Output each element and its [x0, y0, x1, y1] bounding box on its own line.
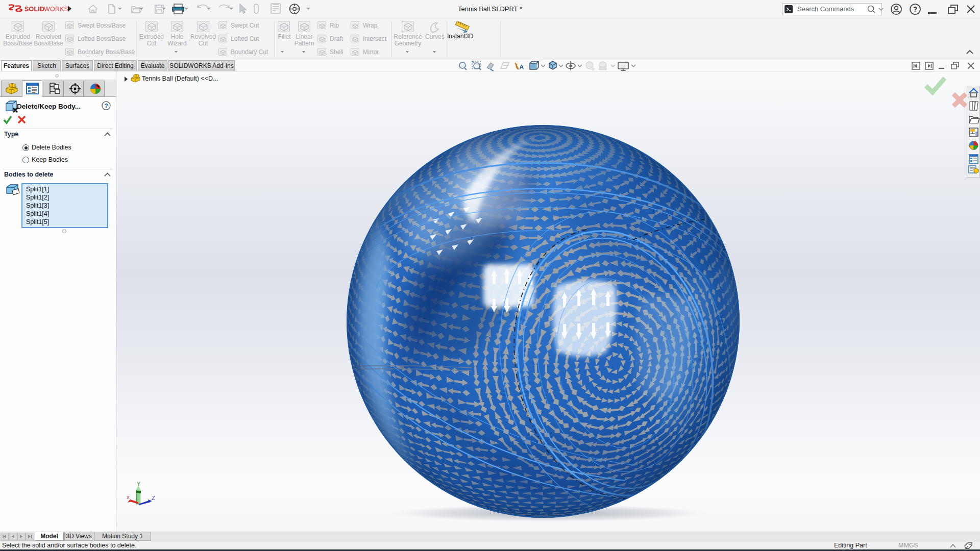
svg-text:A: A — [519, 63, 524, 71]
svg-text:x: x — [127, 494, 130, 500]
svg-text:Y: Y — [137, 481, 141, 487]
svg-text:?: ? — [913, 5, 918, 13]
svg-text:?: ? — [104, 103, 108, 110]
svg-text:Z: Z — [152, 495, 155, 501]
